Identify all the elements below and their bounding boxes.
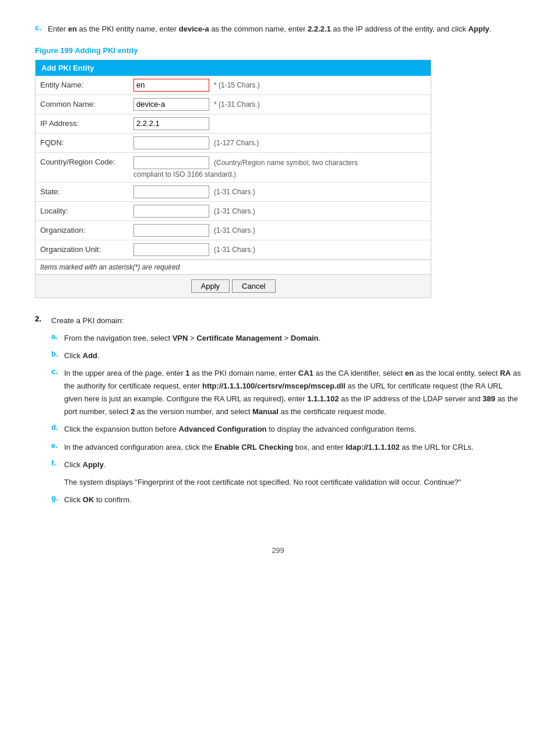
add-pki-entity-form: Add PKI Entity Entity Name: * (1-15 Char… — [35, 60, 431, 298]
sub-step-c: c. In the upper area of the page, enter … — [51, 367, 521, 418]
entity-name-row: Entity Name: * (1-15 Chars.) — [36, 76, 431, 95]
sub-step-f: f. Click Apply. — [51, 459, 521, 471]
sub-step-d: d. Click the expansion button before Adv… — [51, 423, 521, 436]
common-name-input-area: * (1-31 Chars.) — [133, 98, 426, 111]
org-unit-hint: (1-31 Chars.) — [214, 246, 255, 254]
state-input[interactable] — [133, 186, 209, 198]
organization-input-area: (1-31 Chars.) — [133, 224, 426, 237]
sub-step-d-text: Click the expansion button before Advanc… — [64, 423, 521, 436]
org-unit-input[interactable] — [133, 243, 209, 256]
organization-label: Organization: — [40, 226, 133, 235]
sub-step-c-text: In the upper area of the page, enter 1 a… — [64, 367, 521, 418]
sub-step-e-label: e. — [51, 441, 64, 454]
sub-step-a-label: a. — [51, 332, 64, 345]
sub-step-system-msg-label — [51, 476, 64, 489]
country-region-row: Country/Region Code: (Country/Region nam… — [36, 153, 431, 183]
org-unit-label: Organization Unit: — [40, 245, 133, 254]
main-step-2-num: 2. — [35, 314, 51, 511]
ip-address-input[interactable] — [133, 117, 209, 130]
sub-step-system-msg: The system displays "Fingerprint of the … — [51, 476, 521, 489]
locality-input-area: (1-31 Chars.) — [133, 205, 426, 218]
sub-step-e-text: In the advanced configuration area, clic… — [64, 441, 521, 454]
intro-step-label: c. — [35, 23, 48, 36]
organization-row: Organization: (1-31 Chars.) — [36, 221, 431, 240]
main-step-2: 2. Create a PKI domain: a. From the navi… — [35, 314, 521, 511]
sub-step-b: b. Click Add. — [51, 349, 521, 362]
intro-step-text: Enter en as the PKI entity name, enter d… — [48, 23, 521, 36]
apply-button[interactable]: Apply — [191, 279, 230, 293]
organization-input[interactable] — [133, 224, 209, 237]
sub-step-a-text: From the navigation tree, select VPN > C… — [64, 332, 521, 345]
ip-address-input-area — [133, 117, 426, 130]
entity-name-label: Entity Name: — [40, 80, 133, 89]
figure-title: Figure 199 Adding PKI entity — [35, 46, 521, 55]
sub-step-c-label: c. — [51, 367, 64, 418]
country-region-input-area: (Country/Region name symbol, two charact… — [133, 156, 426, 178]
page-number: 299 — [35, 546, 521, 555]
sub-step-g: g. Click OK to confirm. — [51, 494, 521, 506]
form-actions: Apply Cancel — [36, 274, 431, 298]
sub-step-b-label: b. — [51, 349, 64, 362]
sub-step-f-text: Click Apply. — [64, 459, 521, 471]
ip-address-label: IP Address: — [40, 119, 133, 128]
sub-step-system-msg-text: The system displays "Fingerprint of the … — [64, 476, 521, 489]
state-label: State: — [40, 187, 133, 196]
org-unit-input-area: (1-31 Chars.) — [133, 243, 426, 256]
form-footer-note: Items marked with an asterisk(*) are req… — [36, 260, 431, 274]
locality-hint: (1-31 Chars.) — [214, 207, 255, 215]
entity-name-input[interactable] — [133, 79, 209, 92]
country-region-hint: (Country/Region name symbol, two charact… — [214, 159, 358, 167]
entity-name-hint: * (1-15 Chars.) — [214, 81, 260, 89]
fqdn-input-area: (1-127 Chars.) — [133, 136, 426, 149]
form-header: Add PKI Entity — [36, 60, 431, 76]
country-region-hint2: compliant to ISO 3166 standard.) — [133, 170, 236, 178]
sub-steps-list: a. From the navigation tree, select VPN … — [51, 332, 521, 506]
sub-step-g-label: g. — [51, 494, 64, 506]
main-step-2-text: Create a PKI domain: — [51, 314, 521, 327]
locality-label: Locality: — [40, 206, 133, 215]
main-steps-list: 2. Create a PKI domain: a. From the navi… — [35, 314, 521, 511]
sub-step-e: e. In the advanced configuration area, c… — [51, 441, 521, 454]
fqdn-hint: (1-127 Chars.) — [214, 139, 259, 147]
state-hint: (1-31 Chars.) — [214, 188, 255, 196]
common-name-hint: * (1-31 Chars.) — [214, 100, 260, 108]
sub-step-g-text: Click OK to confirm. — [64, 494, 521, 506]
fqdn-row: FQDN: (1-127 Chars.) — [36, 134, 431, 153]
sub-step-a: a. From the navigation tree, select VPN … — [51, 332, 521, 345]
intro-step: c. Enter en as the PKI entity name, ente… — [35, 23, 521, 36]
ip-address-row: IP Address: — [36, 114, 431, 134]
country-region-input[interactable] — [133, 156, 209, 169]
locality-input[interactable] — [133, 205, 209, 218]
common-name-row: Common Name: * (1-31 Chars.) — [36, 95, 431, 114]
organization-hint: (1-31 Chars.) — [214, 226, 255, 235]
common-name-input[interactable] — [133, 98, 209, 111]
sub-step-d-label: d. — [51, 423, 64, 436]
common-name-label: Common Name: — [40, 100, 133, 108]
cancel-button[interactable]: Cancel — [232, 279, 275, 293]
locality-row: Locality: (1-31 Chars.) — [36, 202, 431, 221]
sub-step-f-label: f. — [51, 459, 64, 471]
main-step-2-content: Create a PKI domain: a. From the navigat… — [51, 314, 521, 511]
fqdn-label: FQDN: — [40, 138, 133, 147]
org-unit-row: Organization Unit: (1-31 Chars.) — [36, 240, 431, 260]
country-region-label: Country/Region Code: — [40, 156, 133, 166]
sub-step-b-text: Click Add. — [64, 349, 521, 362]
state-row: State: (1-31 Chars.) — [36, 183, 431, 202]
state-input-area: (1-31 Chars.) — [133, 186, 426, 198]
entity-name-input-area: * (1-15 Chars.) — [133, 79, 426, 92]
fqdn-input[interactable] — [133, 136, 209, 149]
